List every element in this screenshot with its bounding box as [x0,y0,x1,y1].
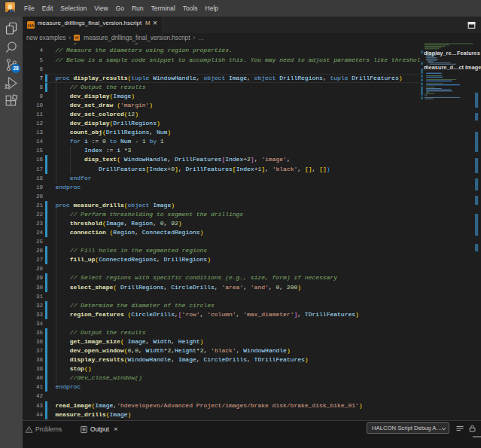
svg-text:HA: HA [28,23,35,28]
